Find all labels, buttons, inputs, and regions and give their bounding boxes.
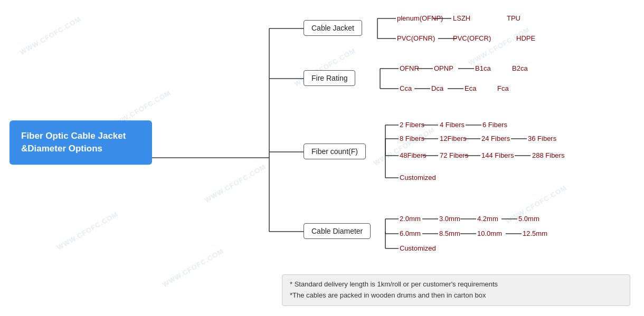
- note-line1: * Standard delivery length is 1km/roll o…: [290, 279, 622, 290]
- leaf-cca: Cca: [400, 84, 412, 92]
- leaf-4fibers: 4 Fibers: [440, 121, 465, 129]
- watermark-5: WWW.CFOFC.COM: [372, 126, 436, 167]
- leaf-288fibers: 288 Fibers: [532, 151, 564, 159]
- leaf-36fibers: 36 Fibers: [528, 135, 556, 142]
- leaf-pvc-ofcr: PVC(OFCR): [453, 34, 491, 42]
- leaf-85mm: 8.5mm: [439, 229, 460, 237]
- watermark-3: WWW.CFOFC.COM: [203, 162, 267, 204]
- leaf-72fibers: 72 Fibers: [440, 151, 468, 159]
- leaf-pvc-ofnr: PVC(OFNR): [397, 34, 435, 42]
- title-box: Fiber Optic Cable Jacket &Diameter Optio…: [10, 120, 152, 165]
- leaf-b2ca: B2ca: [512, 64, 528, 72]
- watermark-6: WWW.CFOFC.COM: [467, 25, 531, 67]
- leaf-60mm: 6.0mm: [400, 229, 421, 237]
- node-cable-jacket-label: Cable Jacket: [311, 24, 354, 32]
- leaf-24fibers: 24 Fibers: [481, 135, 510, 142]
- node-fire-rating-label: Fire Rating: [311, 74, 347, 82]
- leaf-diam-customized: Customized: [400, 244, 436, 252]
- leaf-ofnr: OFNR: [400, 64, 419, 72]
- leaf-20mm: 2.0mm: [400, 215, 421, 223]
- node-fiber-count-label: Fiber count(F): [311, 147, 358, 156]
- title-text: Fiber Optic Cable Jacket &Diameter Optio…: [21, 131, 126, 154]
- leaf-8fibers: 8 Fibers: [400, 135, 424, 142]
- note-box: * Standard delivery length is 1km/roll o…: [282, 274, 630, 306]
- leaf-50mm: 5.0mm: [518, 215, 539, 223]
- leaf-144fibers: 144 Fibers: [481, 151, 514, 159]
- leaf-100mm: 10.0mm: [477, 229, 502, 237]
- node-fiber-count: Fiber count(F): [304, 143, 366, 159]
- leaf-42mm: 4.2mm: [477, 215, 498, 223]
- leaf-hdpe: HDPE: [516, 34, 535, 42]
- leaf-6fibers: 6 Fibers: [482, 121, 507, 129]
- leaf-12fibers: 12Fibers: [440, 135, 467, 142]
- watermark-8: WWW.CFOFC.COM: [55, 210, 119, 252]
- leaf-125mm: 12.5mm: [523, 229, 547, 237]
- node-fire-rating: Fire Rating: [304, 70, 355, 86]
- leaf-opnp: OPNP: [434, 64, 453, 72]
- watermark-9: WWW.CFOFC.COM: [161, 247, 225, 289]
- leaf-tpu: TPU: [507, 14, 520, 22]
- watermark-1: WWW.CFOFC.COM: [18, 15, 82, 56]
- diagram-container: WWW.CFOFC.COM WWW.CFOFC.COM WWW.CFOFC.CO…: [0, 0, 644, 316]
- node-cable-diameter-label: Cable Diameter: [311, 227, 363, 235]
- leaf-fca: Fca: [497, 84, 509, 92]
- leaf-fiber-customized: Customized: [400, 174, 436, 181]
- leaf-2fibers: 2 Fibers: [400, 121, 424, 129]
- node-cable-jacket: Cable Jacket: [304, 20, 362, 36]
- node-cable-diameter: Cable Diameter: [304, 223, 371, 239]
- leaf-dca: Dca: [431, 84, 443, 92]
- leaf-lszh: LSZH: [453, 14, 470, 22]
- leaf-eca: Eca: [465, 84, 476, 92]
- leaf-plenum: plenum(OFNP): [397, 14, 443, 22]
- leaf-b1ca: B1ca: [475, 64, 491, 72]
- leaf-48fibers: 48Fibers: [400, 151, 427, 159]
- leaf-30mm: 3.0mm: [439, 215, 460, 223]
- note-line2: *The cables are packed in wooden drums a…: [290, 290, 622, 301]
